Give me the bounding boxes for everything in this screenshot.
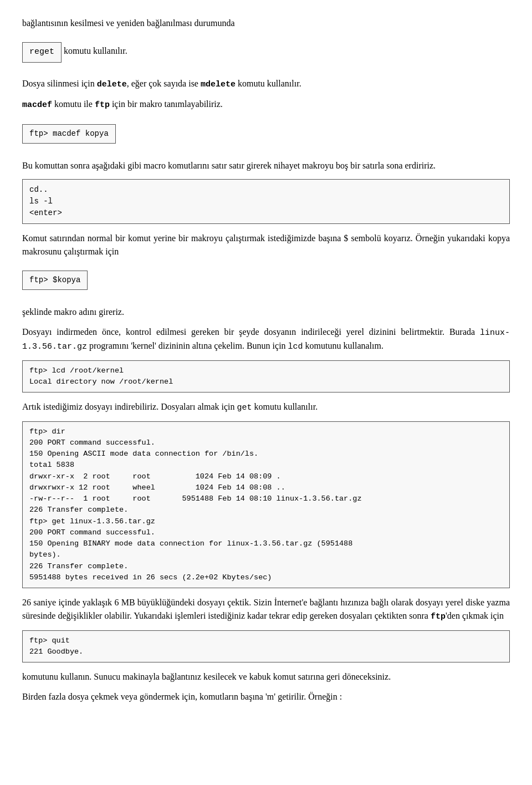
macdef-code: macdef (22, 100, 52, 110)
para8: Artık istediğimiz dosyayı indirebiliriz.… (22, 400, 510, 415)
skopya-code-box-wrapper: ftp> $kopya (22, 265, 510, 298)
delete-code: delete (97, 80, 127, 89)
para5-text: Komut satırından normal bir komut yerine… (22, 233, 510, 256)
ftp-bold: ftp (431, 612, 446, 621)
reget-code-box: reget (22, 42, 62, 63)
para8-prefix: Artık istediğimiz dosyayı indirebiliriz.… (22, 402, 237, 411)
para7-end: komutunu kullanalım. (303, 341, 383, 350)
para7-text: Dosyayı indirmeden önce, kontrol edilmes… (22, 327, 480, 337)
get-code: get (237, 403, 252, 412)
ftp-code: ftp (95, 100, 110, 110)
macdef-inline-box: ftp> macdef kopya (22, 124, 116, 144)
para6: şeklinde makro adını gireriz. (22, 305, 510, 319)
para2-mid: , eğer çok sayıda ise (127, 79, 201, 88)
mdelete-code: mdelete (201, 80, 236, 89)
para7-suffix: programını 'kernel' dizininin altına çek… (87, 341, 288, 350)
dir-code-block: ftp> dir 200 PORT command successful. 15… (22, 421, 510, 589)
reget-label: reget (29, 47, 54, 57)
para-macdef: macdef komutu ile ftp için bir makro tan… (22, 98, 510, 112)
para4: Bu komuttan sonra aşağıdaki gibi macro k… (22, 159, 510, 172)
para7: Dosyayı indirmeden önce, kontrol edilmes… (22, 325, 510, 354)
lcd-code-block: ftp> lcd /root/kernel Local directory no… (22, 360, 510, 393)
para5: Komut satırından normal bir komut yerine… (22, 232, 510, 258)
para9-end: 'den çıkmak için (446, 611, 504, 620)
para9: 26 saniye içinde yaklaşık 6 MB büyüklüğü… (22, 596, 510, 624)
lcd-code: lcd (288, 342, 303, 351)
reget-suffix: komutu kullanılır. (64, 46, 127, 55)
para2-suffix: komutu kullanılır. (236, 79, 301, 88)
quit-code-block: ftp> quit 221 Goodbye. (22, 630, 510, 663)
cd-code-block: cd.. ls -l <enter> (22, 179, 510, 224)
para1: bağlantısının kesilmesi ve yeniden bağla… (22, 17, 510, 30)
para2-prefix: Dosya silinmesi için (22, 79, 97, 88)
para11: Birden fazla dosya çekmek veya göndermek… (22, 690, 510, 704)
para-delete: Dosya silinmesi için delete, eğer çok sa… (22, 77, 510, 91)
para10: komutunu kullanın. Sunucu makinayla bağl… (22, 670, 510, 684)
para8-suffix: komutu kullanılır. (252, 402, 318, 411)
para3-suffix: için bir makro tanımlayabiliriz. (110, 99, 223, 109)
para3-mid: komutu ile (52, 99, 95, 109)
macdef-code-box: ftp> macdef kopya (22, 119, 510, 151)
skopya-inline-box: ftp> $kopya (22, 271, 88, 290)
para-reget: reget komutu kullanılır. (22, 37, 510, 70)
